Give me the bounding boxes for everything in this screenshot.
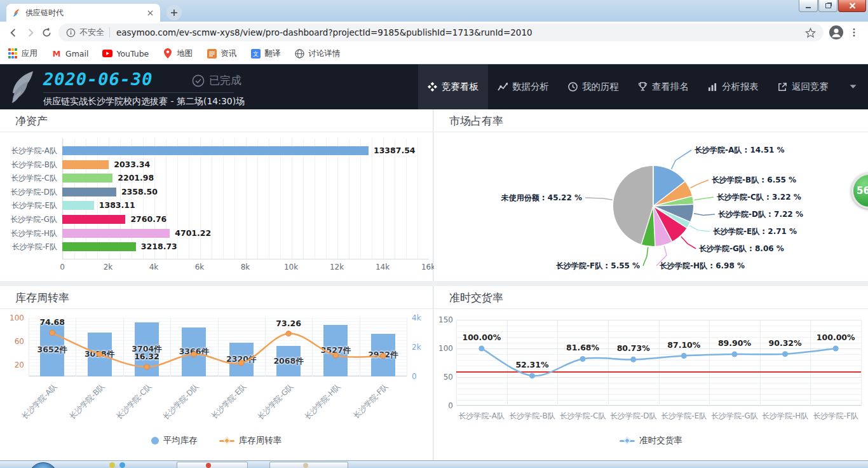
category-label: 长沙学院-B队 (0, 160, 57, 169)
dashboard: 净资产 长沙学院-A队13387.54长沙学院-B队2033.34长沙学院-C队… (0, 109, 868, 460)
bookmark-youtube[interactable]: YouTube (102, 48, 149, 59)
restore-button[interactable] (818, 0, 837, 12)
profile-avatar-icon[interactable] (827, 24, 845, 41)
panel-title: 市场占有率 (434, 109, 868, 132)
address-bar[interactable]: 不安全 easymoo.com/ev-scmw-xys8/view/pro-da… (58, 24, 824, 41)
bar[interactable] (62, 242, 136, 251)
data-point[interactable] (681, 353, 687, 359)
bar[interactable] (62, 160, 109, 169)
bookmark-discussion[interactable]: 讨论详情 (294, 48, 340, 59)
bar-row: 长沙学院-H队4701.22 (0, 229, 433, 238)
tab-title: 供应链时代 (25, 8, 145, 18)
check-circle-icon (192, 74, 205, 87)
bar[interactable] (62, 201, 94, 210)
reload-icon[interactable] (38, 24, 55, 41)
nav-more-button[interactable] (838, 64, 868, 109)
tab-close-icon[interactable] (145, 8, 155, 18)
data-point[interactable] (833, 346, 839, 352)
data-point[interactable] (630, 357, 636, 362)
url-text[interactable]: easymoo.com/ev-scmw-xys8/view/pro-dashbo… (116, 27, 805, 38)
point-value-label: 52.31% (515, 360, 548, 369)
nav-dashboard[interactable]: 竞赛看板 (418, 64, 488, 109)
security-label[interactable]: 不安全 (79, 27, 104, 38)
taskbar-icon[interactable] (109, 462, 115, 468)
bar[interactable] (62, 174, 112, 182)
data-point[interactable] (333, 353, 338, 358)
data-point[interactable] (191, 352, 196, 357)
clock-icon (568, 82, 578, 92)
data-point[interactable] (50, 330, 55, 335)
x-axis-label: 长沙学院-B队 (503, 411, 560, 422)
match-status: 已完成 (192, 73, 241, 88)
main-nav: 竞赛看板 数据分析 我的历程 查看排名 分析报表 (418, 64, 868, 109)
divider (109, 27, 110, 38)
info-icon[interactable] (66, 28, 76, 38)
point-value-label: 90.32% (769, 338, 802, 348)
minimize-button[interactable] (799, 0, 818, 12)
panel-title: 库存周转率 (0, 286, 433, 309)
nav-rankings[interactable]: 查看排名 (628, 64, 698, 109)
bookmark-apps[interactable]: 应用 (8, 48, 37, 59)
nav-label: 我的历程 (582, 81, 619, 93)
browser-tab[interactable]: 供应链时代 (6, 4, 160, 22)
taskbar-window-button[interactable] (177, 462, 248, 468)
category-label: 长沙学院-E队 (0, 201, 57, 210)
bookmark-label: 应用 (22, 48, 37, 59)
category-label: 长沙学院-G队 (0, 215, 57, 224)
chrome-menu-icon[interactable] (845, 24, 863, 41)
match-subtitle: 供应链实战长沙学院校内选拔赛 - 第二场(14:30)场 (43, 96, 245, 107)
pie-slice-label: 未使用份额 : 45.22 % (465, 193, 582, 202)
nav-analysis-report[interactable]: 分析报表 (698, 64, 768, 109)
data-point[interactable] (97, 352, 102, 357)
x-axis-tick: 0 (50, 263, 75, 272)
data-point[interactable] (381, 354, 386, 359)
bookmark-maps[interactable]: 地图 (163, 48, 193, 59)
bar-row: 长沙学院-C队2201.98 (0, 174, 433, 182)
category-label: 长沙学院-A队 (0, 146, 57, 155)
bar-row: 长沙学院-F队3218.73 (0, 242, 433, 251)
data-point[interactable] (731, 352, 737, 357)
close-button[interactable] (838, 0, 866, 12)
back-icon[interactable] (5, 24, 22, 41)
bar-row: 长沙学院-A队13387.54 (0, 146, 433, 155)
bookmark-translate[interactable]: 文 翻译 (250, 48, 280, 59)
nav-data-analysis[interactable]: 数据分析 (488, 64, 559, 109)
dashboard-icon (428, 82, 437, 92)
taskbar-window-button[interactable] (269, 462, 348, 468)
bar-value-label: 1383.11 (99, 201, 135, 210)
bookmark-news[interactable]: 资讯 (207, 48, 236, 59)
data-point[interactable] (782, 351, 788, 357)
status-text: 已完成 (209, 73, 241, 88)
point-value-label: 16.32 (134, 352, 159, 361)
data-point[interactable] (286, 331, 291, 336)
bar[interactable] (62, 229, 170, 238)
data-point[interactable] (238, 361, 243, 366)
bar[interactable] (62, 215, 125, 224)
delivery-line (434, 309, 868, 460)
bar[interactable] (62, 188, 116, 196)
bar-row: 长沙学院-E队1383.11 (0, 201, 433, 210)
bookmark-label: 地图 (177, 48, 193, 59)
new-tab-button[interactable] (166, 5, 182, 20)
data-point[interactable] (478, 346, 484, 352)
bar-value-label: 4701.22 (175, 229, 211, 238)
bookmark-star-icon[interactable] (805, 27, 816, 38)
panel-title: 净资产 (0, 109, 433, 132)
browser-toolbar: 不安全 easymoo.com/ev-scmw-xys8/view/pro-da… (0, 22, 868, 43)
forward-icon[interactable] (22, 24, 38, 41)
x-axis-label: 长沙学院-C队 (554, 411, 611, 422)
data-point[interactable] (529, 373, 535, 378)
bar-value-label: 2760.76 (130, 215, 166, 224)
external-link-icon (778, 82, 787, 92)
nav-my-journey[interactable]: 我的历程 (559, 64, 628, 109)
category-label: 长沙学院-D队 (0, 188, 57, 196)
data-point[interactable] (144, 364, 149, 369)
taskbar-icon[interactable] (119, 462, 125, 468)
bookmark-gmail[interactable]: M Gmail (51, 48, 88, 59)
bar[interactable] (62, 146, 369, 155)
nav-back-to-competition[interactable]: 返回竞赛 (768, 64, 838, 109)
market-share-chart: 长沙学院-A队 : 14.51 %长沙学院-B队 : 6.55 %长沙学院-C队… (434, 132, 868, 280)
data-point[interactable] (580, 356, 586, 362)
start-button[interactable] (29, 462, 58, 468)
x-axis-tick: 4k (141, 263, 166, 272)
